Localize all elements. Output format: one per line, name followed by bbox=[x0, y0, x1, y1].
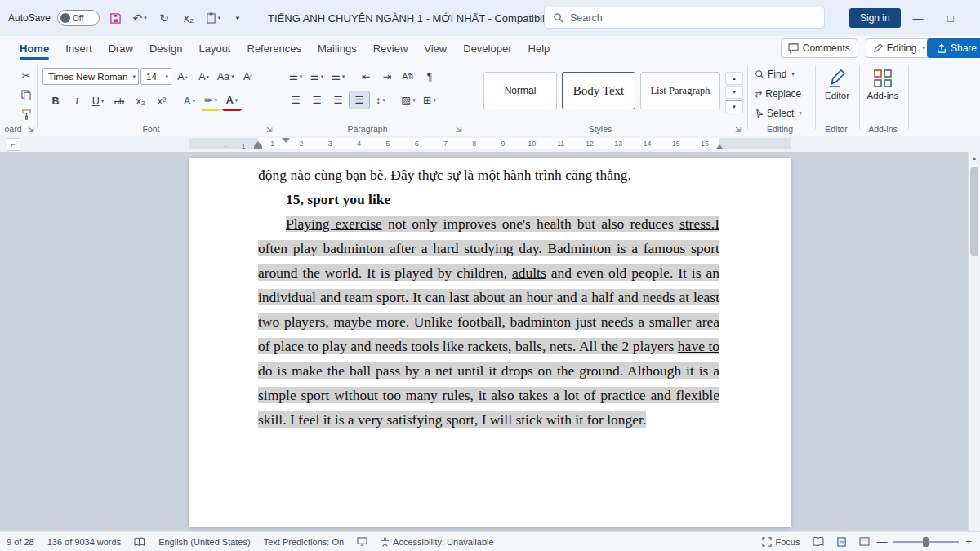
bold-button[interactable]: B bbox=[46, 93, 65, 110]
cut-icon[interactable]: ✂ bbox=[16, 67, 36, 84]
select-button[interactable]: Select bbox=[755, 108, 802, 119]
display-settings-icon[interactable] bbox=[350, 532, 374, 551]
selected-paragraph-text[interactable]: Playing exercise not only improves one's… bbox=[258, 216, 719, 428]
read-mode-icon[interactable] bbox=[806, 532, 831, 551]
underline-button[interactable]: U bbox=[88, 93, 108, 110]
bullets-button[interactable]: ☰ bbox=[286, 68, 305, 85]
tab-mailings[interactable]: Mailings bbox=[310, 36, 365, 60]
font-family-combo[interactable]: Times New Roman bbox=[42, 68, 139, 85]
font-size-combo[interactable]: 14 bbox=[140, 68, 172, 85]
tab-insert[interactable]: Insert bbox=[57, 36, 100, 60]
decrease-indent-button[interactable]: ⇤ bbox=[356, 68, 376, 85]
line-spacing-button[interactable]: ↕ bbox=[371, 91, 390, 109]
format-painter-icon[interactable] bbox=[16, 106, 36, 123]
align-center-button[interactable]: ☰ bbox=[307, 91, 327, 109]
left-indent-marker[interactable] bbox=[254, 146, 262, 149]
font-color-button[interactable]: A bbox=[222, 91, 242, 111]
styles-dialog-launcher-icon[interactable]: ⇲ bbox=[735, 126, 742, 134]
style-list-paragraph[interactable]: List Paragraph bbox=[640, 72, 720, 109]
superscript-button[interactable]: x² bbox=[152, 93, 172, 110]
style-body-text[interactable]: Body Text bbox=[562, 72, 635, 109]
qat-customize-chevron-icon[interactable]: ▾ bbox=[229, 9, 247, 27]
document-page[interactable]: động nào cùng bạn bè. Đây thực sự là một… bbox=[189, 158, 791, 527]
editing-mode-button[interactable]: Editing bbox=[866, 38, 933, 58]
tab-draw[interactable]: Draw bbox=[100, 36, 141, 60]
zoom-out-button[interactable]: — bbox=[876, 535, 887, 548]
align-left-button[interactable]: ☰ bbox=[286, 91, 305, 109]
horizontal-ruler[interactable]: 1 12345678910111213141516 bbox=[189, 138, 791, 149]
section-heading[interactable]: 15, sport you like bbox=[258, 187, 719, 211]
search-input[interactable]: Search bbox=[544, 7, 825, 29]
grow-font-button[interactable]: A bbox=[173, 68, 193, 85]
highlight-color-button[interactable]: ✏ bbox=[201, 91, 220, 111]
align-right-button[interactable]: ☰ bbox=[328, 91, 348, 109]
multilevel-list-button[interactable]: ☰ bbox=[328, 68, 348, 85]
scroll-up-icon[interactable]: ▲ bbox=[969, 152, 980, 164]
shrink-font-button[interactable]: A bbox=[194, 68, 214, 85]
copy-icon[interactable] bbox=[16, 87, 36, 104]
qat-paste-icon[interactable] bbox=[204, 9, 222, 27]
scrollbar-thumb[interactable] bbox=[970, 167, 978, 256]
tab-design[interactable]: Design bbox=[141, 36, 190, 60]
autosave-toggle[interactable]: Off bbox=[57, 10, 100, 26]
styles-scroll-down-icon[interactable]: ▾ bbox=[725, 86, 743, 99]
sign-in-button[interactable]: Sign in bbox=[849, 8, 901, 28]
qat-subscript-icon[interactable]: x₂ bbox=[180, 9, 198, 27]
editor-button[interactable]: Editor bbox=[820, 69, 854, 100]
replace-button[interactable]: ⇄ Replace bbox=[755, 88, 801, 100]
borders-button[interactable]: ⊞ bbox=[420, 91, 439, 109]
zoom-slider[interactable] bbox=[893, 541, 959, 543]
undo-icon[interactable]: ↶ bbox=[131, 9, 149, 27]
numbering-button[interactable]: ☰ bbox=[307, 68, 327, 85]
add-ins-button[interactable]: Add-ins bbox=[864, 69, 902, 100]
tab-references[interactable]: References bbox=[239, 36, 310, 60]
right-indent-marker[interactable] bbox=[715, 144, 724, 149]
tab-layout[interactable]: Layout bbox=[190, 36, 238, 60]
clipboard-dialog-launcher-icon[interactable]: ⇲ bbox=[28, 126, 34, 134]
shading-button[interactable]: ▨ bbox=[399, 91, 418, 109]
subscript-button[interactable]: x₂ bbox=[131, 93, 150, 110]
tab-help[interactable]: Help bbox=[520, 36, 559, 60]
tab-home[interactable]: Home bbox=[11, 36, 57, 60]
clear-formatting-button[interactable]: A bbox=[238, 68, 257, 85]
font-dialog-launcher-icon[interactable]: ⇲ bbox=[266, 126, 273, 134]
maximize-button[interactable]: □ bbox=[934, 0, 967, 36]
proofing-icon[interactable] bbox=[127, 532, 152, 551]
strikethrough-button[interactable]: ab bbox=[109, 93, 129, 110]
style-normal[interactable]: Normal bbox=[483, 72, 557, 109]
tab-developer[interactable]: Developer bbox=[455, 36, 519, 60]
show-formatting-button[interactable]: ¶ bbox=[420, 68, 439, 85]
comments-button[interactable]: Comments bbox=[781, 38, 858, 58]
save-icon[interactable] bbox=[106, 9, 124, 27]
styles-scroll-up-icon[interactable]: ▴ bbox=[725, 72, 743, 85]
italic-button[interactable]: I bbox=[67, 93, 87, 110]
increase-indent-button[interactable]: ⇥ bbox=[377, 68, 397, 85]
first-line-indent-marker[interactable] bbox=[282, 138, 290, 143]
share-button[interactable]: Share bbox=[927, 38, 980, 58]
print-layout-icon[interactable] bbox=[831, 532, 853, 551]
page-indicator[interactable]: 9 of 28 bbox=[0, 532, 41, 551]
redo-icon[interactable]: ↻ bbox=[155, 9, 173, 27]
text-effects-button[interactable]: A bbox=[180, 93, 199, 110]
word-count[interactable]: 136 of 9034 words bbox=[41, 532, 128, 551]
body-paragraph[interactable]: Playing exercise not only improves one's… bbox=[258, 211, 719, 432]
paragraph-dialog-launcher-icon[interactable]: ⇲ bbox=[456, 126, 462, 134]
change-case-button[interactable]: Aa bbox=[216, 68, 236, 85]
zoom-slider-thumb[interactable] bbox=[923, 537, 929, 547]
accessibility-status[interactable]: Accessibility: Unavailable bbox=[374, 532, 501, 551]
styles-more-icon[interactable]: ▾ bbox=[725, 100, 743, 113]
tab-stop-selector[interactable]: ⌐ bbox=[7, 138, 20, 151]
minimize-button[interactable]: — bbox=[902, 0, 934, 36]
focus-button[interactable]: Focus bbox=[755, 532, 806, 551]
tab-view[interactable]: View bbox=[416, 36, 455, 60]
sort-button[interactable]: A⇅ bbox=[399, 68, 418, 85]
vertical-scrollbar[interactable]: ▲ bbox=[968, 152, 980, 532]
text-predictions[interactable]: Text Predictions: On bbox=[257, 532, 350, 551]
tab-review[interactable]: Review bbox=[365, 36, 416, 60]
zoom-in-button[interactable]: + bbox=[965, 535, 972, 548]
web-layout-icon[interactable] bbox=[853, 532, 876, 551]
justify-button[interactable]: ☰ bbox=[350, 91, 369, 109]
find-button[interactable]: Find bbox=[755, 69, 795, 80]
previous-paragraph-line[interactable]: động nào cùng bạn bè. Đây thực sự là một… bbox=[258, 162, 719, 187]
document-title[interactable]: TIẾNG ANH CHUYÊN NGÀNH 1 - MỚI NHẤT - Co… bbox=[268, 12, 568, 24]
